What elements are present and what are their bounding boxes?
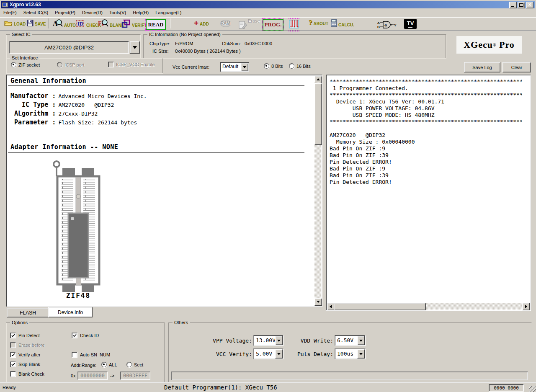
ic-info-legend: IC Information (No Project opened) bbox=[147, 32, 222, 37]
chksum-value: 0x03FC 0000 bbox=[245, 41, 272, 46]
vdd-dropdown-button[interactable] bbox=[357, 336, 365, 345]
vpp-voltage-value: 13.00V bbox=[256, 337, 276, 343]
menu-item-tools-v[interactable]: Tools(V) bbox=[106, 9, 129, 16]
about-label: ABOUT bbox=[314, 21, 329, 26]
chevron-down-icon bbox=[359, 340, 363, 343]
ram-button[interactable]: RAM RAM bbox=[220, 20, 232, 28]
erase-label: Erase bbox=[248, 18, 260, 23]
check-button[interactable]: ID CHECK bbox=[75, 19, 101, 28]
toolbar-separator-2 bbox=[169, 18, 170, 28]
log-panel: ****************************************… bbox=[326, 75, 531, 311]
vertical-scrollbar[interactable] bbox=[314, 76, 321, 306]
and-gate-icon: A B & Y bbox=[377, 20, 397, 29]
menu-item-help-h[interactable]: Help(H) bbox=[129, 9, 152, 16]
menu-item-select-ic-s[interactable]: Select IC(S) bbox=[20, 9, 52, 16]
zif-socket-radio[interactable]: ZIF socket bbox=[11, 62, 40, 67]
read-button[interactable]: READ bbox=[146, 19, 166, 30]
title-bar[interactable]: Xgpro v12.63 × bbox=[1, 1, 535, 8]
checkbox-label: Skip Blank bbox=[18, 362, 40, 367]
vcc-current-dropdown-button[interactable] bbox=[241, 63, 248, 71]
menu-item-file-f[interactable]: File(F) bbox=[0, 9, 20, 16]
minimize-button[interactable] bbox=[509, 2, 517, 8]
tab-flash[interactable]: FLASH bbox=[7, 308, 49, 317]
menu-item-language-l[interactable]: Language(L) bbox=[152, 9, 185, 16]
logic-gate-button[interactable]: A B & Y bbox=[377, 20, 397, 30]
options-group: Options Pin DetectErase beforeVerify aft… bbox=[6, 322, 165, 383]
status-counter-value: 0000 0000 bbox=[494, 385, 519, 391]
addr-range-sect-radio[interactable]: Sect bbox=[126, 362, 143, 367]
svg-text:&: & bbox=[384, 23, 387, 27]
floppy-icon bbox=[27, 20, 34, 26]
logo-pro: Pro bbox=[499, 39, 515, 50]
scroll-down-button[interactable] bbox=[314, 298, 322, 306]
info-value: 27Cxxx-DIP32 bbox=[56, 111, 98, 117]
set-interface-group: Set Interface ZIF socket ICSP port ICSP_… bbox=[6, 58, 163, 74]
erase-button[interactable]: Erase bbox=[239, 18, 260, 30]
puls-dropdown-button[interactable] bbox=[357, 349, 365, 358]
arrow-down-icon bbox=[317, 301, 320, 304]
bits-8-radio[interactable]: 8 Bits bbox=[264, 63, 283, 69]
scrollbar-thumb[interactable] bbox=[314, 83, 322, 145]
options-legend: Options bbox=[10, 320, 29, 325]
ic-select-field[interactable]: AM27C020 @DIP32 bbox=[9, 41, 129, 54]
divider bbox=[8, 85, 304, 86]
info-row: Parameter :Flash Size: 262144 bytes bbox=[10, 118, 147, 127]
menu-item-device-d[interactable]: Device(D) bbox=[79, 9, 106, 16]
resize-grip[interactable] bbox=[529, 386, 536, 392]
vcc-dropdown-button[interactable] bbox=[275, 349, 283, 358]
save-log-button[interactable]: Save Log bbox=[464, 62, 500, 72]
bits-16-radio[interactable]: 16 Bits bbox=[289, 63, 311, 69]
ic-select-dropdown-button[interactable] bbox=[130, 41, 140, 54]
radio-icon bbox=[264, 63, 269, 69]
addr-range-all-radio[interactable]: ALL bbox=[101, 362, 117, 367]
load-button[interactable]: LOAD bbox=[4, 20, 26, 26]
vpp-dropdown-button[interactable] bbox=[275, 336, 283, 345]
overlap-squares-icon bbox=[121, 19, 131, 28]
tv-button[interactable]: TV bbox=[404, 19, 417, 29]
horizontal-scrollbar[interactable] bbox=[327, 303, 530, 309]
about-button[interactable]: ? ABOUT bbox=[309, 19, 328, 26]
svg-text:RAM: RAM bbox=[221, 21, 230, 26]
save-button[interactable]: SAVE bbox=[27, 20, 46, 26]
verify-button[interactable]: VERIFY bbox=[121, 19, 147, 28]
menu-item-project-p[interactable]: Project(P) bbox=[52, 9, 79, 16]
question-mark-icon: ? bbox=[309, 19, 312, 26]
info-label: Parameter : bbox=[10, 119, 56, 126]
minimize-icon bbox=[511, 6, 514, 7]
vdd-write-label: VDD Write: bbox=[282, 338, 333, 344]
vcc-current-select[interactable]: Default bbox=[220, 62, 249, 72]
auto-button[interactable]: A AUTO bbox=[53, 19, 76, 28]
auto-sn-num-checkbox[interactable]: Auto SN_NUM bbox=[72, 352, 110, 358]
chip-test-button[interactable] bbox=[289, 18, 299, 31]
arrow-up-icon bbox=[317, 77, 320, 80]
checkbox-icon bbox=[108, 62, 114, 67]
clear-button[interactable]: Clear bbox=[502, 62, 531, 72]
check-id-checkbox[interactable]: Check ID bbox=[72, 333, 99, 338]
bits-8-label: 8 Bits bbox=[271, 64, 283, 69]
prog-button[interactable]: PROG. bbox=[263, 19, 283, 31]
maximize-button[interactable] bbox=[518, 2, 525, 8]
checkbox-skip-blank[interactable]: Skip Blank bbox=[10, 361, 40, 367]
scrollbar-thumb[interactable] bbox=[334, 303, 426, 310]
close-button[interactable]: × bbox=[526, 2, 533, 8]
checkbox-verify-after[interactable]: Verify after bbox=[10, 352, 41, 358]
scroll-right-button[interactable] bbox=[522, 303, 530, 310]
calcu-button[interactable]: CALCU. bbox=[331, 19, 354, 27]
add-button[interactable]: + ADD bbox=[194, 19, 209, 26]
checkbox-blank-check[interactable]: Blank Check bbox=[10, 371, 44, 377]
xgecu-pro-logo: XGecu® Pro bbox=[456, 36, 522, 54]
vcc-current-value: Default bbox=[222, 64, 238, 70]
checkbox-icon bbox=[10, 361, 16, 367]
tab-device-info[interactable]: Device.Info bbox=[48, 307, 93, 317]
plus-icon: + bbox=[194, 19, 198, 26]
vcc-verify-select[interactable]: 5.00V bbox=[253, 348, 283, 359]
vpp-voltage-select[interactable]: 13.00V bbox=[253, 335, 283, 346]
puls-delay-select[interactable]: 100us bbox=[335, 348, 366, 359]
checkbox-label: Pin Detect bbox=[18, 333, 40, 338]
blank-button[interactable]: FF BLANK bbox=[98, 19, 124, 28]
vdd-write-select[interactable]: 6.50V bbox=[335, 335, 366, 346]
checkbox-pin-detect[interactable]: Pin Detect bbox=[10, 333, 40, 338]
radio-icon bbox=[126, 362, 132, 367]
general-info-rows: Manufactor :Advanced Micro Devices Inc. … bbox=[10, 92, 147, 127]
checkbox-icon bbox=[72, 352, 77, 358]
